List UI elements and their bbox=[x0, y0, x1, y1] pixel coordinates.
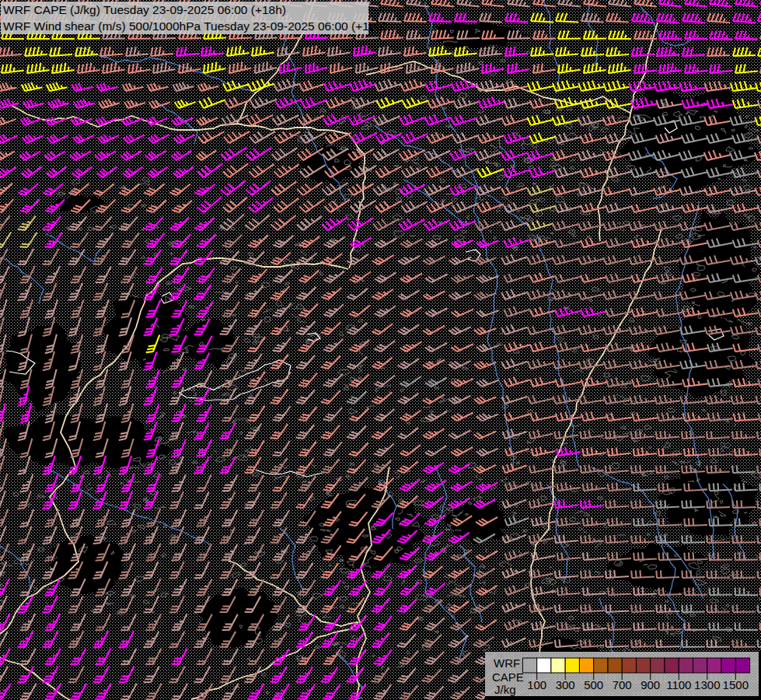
svg-text:300: 300 bbox=[556, 678, 575, 691]
svg-text:WRF Wind shear (m/s) 500/1000h: WRF Wind shear (m/s) 500/1000hPa Tuesday… bbox=[3, 19, 386, 33]
svg-text:900: 900 bbox=[641, 678, 660, 691]
svg-text:WRF: WRF bbox=[494, 656, 520, 670]
svg-text:1500: 1500 bbox=[723, 678, 749, 691]
svg-text:1100: 1100 bbox=[666, 678, 691, 691]
svg-text:1300: 1300 bbox=[694, 678, 720, 691]
svg-text:500: 500 bbox=[584, 678, 603, 691]
svg-text:CAPE: CAPE bbox=[492, 670, 524, 684]
svg-text:700: 700 bbox=[613, 678, 632, 691]
svg-text:WRF CAPE (J/kg) Tuesday 23-09-: WRF CAPE (J/kg) Tuesday 23-09-2025 06:00… bbox=[3, 3, 286, 16]
svg-text:J/kg: J/kg bbox=[494, 683, 516, 696]
svg-text:100: 100 bbox=[527, 678, 546, 691]
